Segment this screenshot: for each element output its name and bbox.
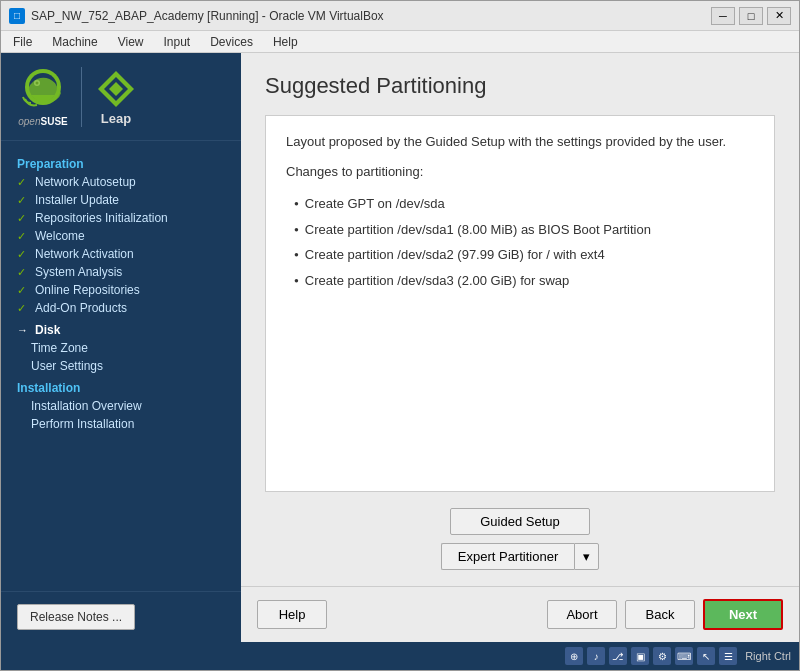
title-bar: □ SAP_NW_752_ABAP_Academy [Running] - Or… [1,1,799,31]
nav-user-settings[interactable]: User Settings [1,357,241,375]
menu-input[interactable]: Input [156,33,199,51]
taskbar-sound-icon[interactable]: ♪ [587,647,605,665]
window-controls: ─ □ ✕ [711,7,791,25]
taskbar-keyboard-icon[interactable]: ⌨ [675,647,693,665]
nav-online-repositories[interactable]: Online Repositories [1,281,241,299]
menu-help[interactable]: Help [265,33,306,51]
nav-network-activation[interactable]: Network Activation [1,245,241,263]
help-button[interactable]: Help [257,600,327,629]
section-installation: Installation [1,375,241,397]
menu-machine[interactable]: Machine [44,33,105,51]
release-notes-button[interactable]: Release Notes ... [17,604,135,630]
partition-item-2: Create partition /dev/sda2 (97.99 GiB) f… [294,242,754,268]
nav-disk[interactable]: Disk [1,317,241,339]
expert-partitioner-row: Expert Partitioner ▾ [441,543,599,570]
logo-divider [81,67,82,127]
nav-installer-update[interactable]: Installer Update [1,191,241,209]
taskbar-usb-icon[interactable]: ⎇ [609,647,627,665]
window-title: SAP_NW_752_ABAP_Academy [Running] - Orac… [31,9,711,23]
nav-welcome[interactable]: Welcome [1,227,241,245]
guided-setup-button[interactable]: Guided Setup [450,508,590,535]
partition-list: Create GPT on /dev/sda Create partition … [286,191,754,293]
nav-network-autosetup[interactable]: Network Autosetup [1,173,241,191]
content-area: Suggested Partitioning Layout proposed b… [241,53,799,586]
nav-time-zone[interactable]: Time Zone [1,339,241,357]
right-panel: Suggested Partitioning Layout proposed b… [241,53,799,642]
bottom-nav: Help Abort Back Next [241,586,799,642]
nav-installation-overview[interactable]: Installation Overview [1,397,241,415]
partition-item-3: Create partition /dev/sda3 (2.00 GiB) fo… [294,268,754,294]
action-buttons: Guided Setup Expert Partitioner ▾ [265,508,775,570]
changes-label: Changes to partitioning: [286,162,754,182]
sidebar-bottom: Release Notes ... [1,591,241,642]
opensuse-logo: openSUSE [17,65,69,128]
sidebar: openSUSE Leap Preparation [1,53,241,642]
close-button[interactable]: ✕ [767,7,791,25]
main-window: □ SAP_NW_752_ABAP_Academy [Running] - Or… [0,0,800,671]
right-ctrl-text: Right Ctrl [745,650,791,662]
sidebar-logo: openSUSE Leap [1,53,241,141]
abort-button[interactable]: Abort [547,600,617,629]
expert-partitioner-button[interactable]: Expert Partitioner [441,543,574,570]
menu-devices[interactable]: Devices [202,33,261,51]
content-box: Layout proposed by the Guided Setup with… [265,115,775,492]
main-area: openSUSE Leap Preparation [1,53,799,642]
sidebar-nav: Preparation Network Autosetup Installer … [1,141,241,591]
next-button[interactable]: Next [703,599,783,630]
leap-text: Leap [101,111,131,126]
taskbar: ⊕ ♪ ⎇ ▣ ⚙ ⌨ ↖ ☰ Right Ctrl [1,642,799,670]
minimize-button[interactable]: ─ [711,7,735,25]
maximize-button[interactable]: □ [739,7,763,25]
nav-perform-installation[interactable]: Perform Installation [1,415,241,433]
app-icon: □ [9,8,25,24]
nav-system-analysis[interactable]: System Analysis [1,263,241,281]
back-button[interactable]: Back [625,600,695,629]
taskbar-menu-icon[interactable]: ☰ [719,647,737,665]
partition-item-0: Create GPT on /dev/sda [294,191,754,217]
menu-bar: File Machine View Input Devices Help [1,31,799,53]
leap-diamond-icon [94,67,138,111]
menu-view[interactable]: View [110,33,152,51]
nav-repositories-init[interactable]: Repositories Initialization [1,209,241,227]
menu-file[interactable]: File [5,33,40,51]
section-preparation: Preparation [1,151,241,173]
page-title: Suggested Partitioning [265,73,775,99]
description-text: Layout proposed by the Guided Setup with… [286,132,754,152]
partition-item-1: Create partition /dev/sda1 (8.00 MiB) as… [294,217,754,243]
expert-partitioner-dropdown[interactable]: ▾ [574,543,599,570]
taskbar-network-icon[interactable]: ⊕ [565,647,583,665]
taskbar-settings-icon[interactable]: ⚙ [653,647,671,665]
taskbar-mouse-icon[interactable]: ↖ [697,647,715,665]
taskbar-display-icon[interactable]: ▣ [631,647,649,665]
nav-addon-products[interactable]: Add-On Products [1,299,241,317]
leap-logo: Leap [94,67,138,126]
chameleon-icon [17,65,69,117]
